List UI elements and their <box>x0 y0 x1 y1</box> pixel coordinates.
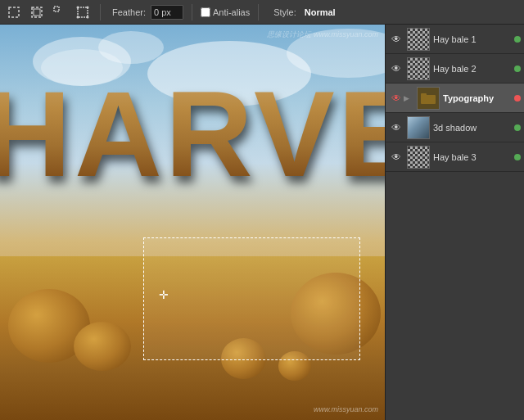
marquee-tool[interactable] <box>5 3 23 21</box>
layers-panel: 👁 Hay bale 1 👁 Hay bale 2 👁 ▶ Typography <box>385 25 524 420</box>
harvest-text: HARVEST <box>0 74 385 195</box>
svg-point-5 <box>77 6 79 8</box>
layer-item-hay-bale-3[interactable]: 👁 Hay bale 3 <box>386 142 524 172</box>
layer-name-hay-bale-3: Hay bale 3 <box>433 152 513 162</box>
svg-point-7 <box>77 16 79 18</box>
layer-thumb-hay-bale-1 <box>407 28 430 51</box>
main-area: HARVEST ✛ www.missyuan.com 思缘设计论坛 www.mi… <box>0 25 524 420</box>
svg-point-6 <box>87 6 89 8</box>
visibility-icon-typography[interactable]: 👁 <box>389 91 404 106</box>
layer-name-3d-shadow: 3d shadow <box>433 123 513 133</box>
expand-arrow-typography[interactable]: ▶ <box>404 94 412 102</box>
visibility-icon-hay-bale-3[interactable]: 👁 <box>389 150 404 165</box>
layer-item-hay-bale-1[interactable]: 👁 Hay bale 1 <box>386 25 524 54</box>
site-text: 思缘设计论坛 www.missyuan.com <box>267 29 378 40</box>
layer-color-typography <box>514 95 521 102</box>
svg-rect-3 <box>54 7 59 11</box>
layer-color-3d-shadow <box>514 124 521 131</box>
separator-3 <box>258 4 259 20</box>
layer-color-hay-bale-2 <box>514 65 521 72</box>
layer-thumb-hay-bale-3 <box>407 146 430 169</box>
antialias-checkbox[interactable] <box>201 7 210 17</box>
visibility-icon-hay-bale-2[interactable]: 👁 <box>389 61 404 76</box>
visibility-icon-hay-bale-1[interactable]: 👁 <box>389 32 404 47</box>
hay-bale-center <box>221 338 266 379</box>
hay-bale-left-small <box>74 322 131 371</box>
layer-item-3d-shadow[interactable]: 👁 3d shadow <box>386 113 524 142</box>
feather-label: Feather: <box>112 7 146 17</box>
svg-point-8 <box>87 16 89 18</box>
layer-item-typography[interactable]: 👁 ▶ Typography <box>386 84 524 113</box>
svg-rect-0 <box>9 7 19 17</box>
layer-thumb-typography <box>417 87 440 110</box>
svg-rect-4 <box>78 7 88 17</box>
antialias-checkbox-label[interactable]: Anti-alias <box>201 7 250 17</box>
separator-1 <box>100 4 101 20</box>
separator-2 <box>192 4 192 20</box>
layer-color-hay-bale-1 <box>514 36 521 43</box>
move-tool[interactable] <box>28 3 46 21</box>
style-label: Style: <box>273 7 296 17</box>
layer-name-typography: Typography <box>443 93 513 103</box>
layer-thumb-hay-bale-2 <box>407 57 430 80</box>
watermark: www.missyuan.com <box>314 405 378 413</box>
layer-name-hay-bale-2: Hay bale 2 <box>433 64 513 74</box>
toolbar: Feather: Anti-alias Style: Normal <box>0 0 524 25</box>
feather-input[interactable] <box>151 5 183 20</box>
style-value: Normal <box>305 7 336 17</box>
svg-rect-2 <box>34 9 40 16</box>
layer-name-hay-bale-1: Hay bale 1 <box>433 34 513 44</box>
transform-tool[interactable] <box>74 3 92 21</box>
layer-item-hay-bale-2[interactable]: 👁 Hay bale 2 <box>386 54 524 84</box>
canvas-area[interactable]: HARVEST ✛ www.missyuan.com 思缘设计论坛 www.mi… <box>0 25 385 420</box>
visibility-icon-3d-shadow[interactable]: 👁 <box>389 120 404 135</box>
hay-bale-center-small <box>278 351 311 381</box>
lasso-tool[interactable] <box>51 3 69 21</box>
hay-bale-right <box>291 273 381 355</box>
layer-color-hay-bale-3 <box>514 154 521 160</box>
crosshair: ✛ <box>159 288 169 301</box>
svg-rect-10 <box>421 93 427 97</box>
layer-thumb-3d-shadow <box>407 116 430 139</box>
